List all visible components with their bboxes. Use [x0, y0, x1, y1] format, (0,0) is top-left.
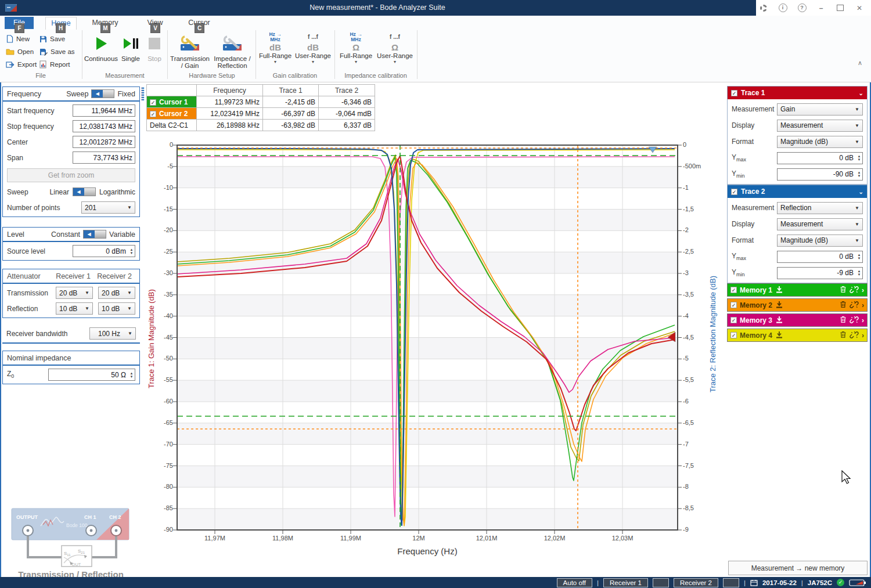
impedance-reflection-button[interactable]: Impedance / Reflection — [211, 32, 253, 69]
impedance-full-range-button[interactable]: Hz →MHz Ω Full-Range ▾ — [338, 32, 374, 65]
memory-row-2[interactable]: ✓Memory 2› — [727, 298, 868, 312]
calendar-icon — [750, 579, 758, 586]
delete-memory-trash-icon[interactable] — [840, 286, 847, 295]
panel-splitter-handle[interactable]: •••••••••••• — [141, 87, 143, 101]
spinner-arrows-icon[interactable]: ▲▼ — [856, 154, 862, 161]
memory-checkbox[interactable]: ✓ — [730, 287, 737, 293]
cursor-label: Cursor 2 — [159, 110, 188, 118]
minimize-button[interactable]: – — [816, 3, 826, 13]
memory-checkbox[interactable]: ✓ — [730, 317, 737, 323]
trace-setting-select[interactable]: Reflection▼ — [777, 202, 863, 214]
points-select[interactable]: 201 ▼ — [81, 201, 135, 214]
unlink-memory-icon[interactable] — [850, 331, 859, 340]
trace-setting-input[interactable]: 0 dB▲▼ — [777, 152, 863, 164]
sweep-fixed-toggle[interactable]: ◀ — [91, 89, 114, 98]
gain-cal-group-label: Gain calibration — [257, 72, 333, 79]
trace-checkbox[interactable]: ✓ — [731, 90, 737, 96]
save-button[interactable]: Save — [39, 33, 65, 45]
trace-header-1[interactable]: ✓Trace 1⌄ — [728, 86, 867, 99]
expand-memory-chevron-icon[interactable]: › — [862, 301, 864, 309]
trace-setting-select[interactable]: Magnitude (dB)▼ — [777, 136, 863, 148]
info-icon[interactable]: i — [778, 3, 787, 13]
gain-user-range-button[interactable]: f ...f dB User-Range ▾ — [294, 32, 332, 65]
linear-log-toggle[interactable]: ◀ — [73, 187, 96, 196]
attenuator-select[interactable]: 20 dB▼ — [98, 287, 135, 299]
x-tick-label: 12,02M — [536, 535, 573, 542]
spinner-arrows-icon[interactable]: ▲▼ — [128, 248, 135, 255]
z0-input[interactable]: 50 Ω ▲▼ — [48, 369, 135, 381]
trace-setting-input[interactable]: -90 dB▲▼ — [777, 168, 863, 181]
spinner-arrows-icon[interactable]: ▲▼ — [856, 253, 862, 260]
trace-setting-select[interactable]: Measurement▼ — [777, 120, 863, 132]
measurement-to-new-memory-button[interactable]: Measurement → new memory — [728, 561, 868, 575]
delete-memory-trash-icon[interactable] — [840, 331, 847, 340]
new-button[interactable]: New — [6, 33, 30, 45]
transmission-gain-button[interactable]: Transmission / Gain — [171, 32, 209, 69]
ch2-label: CH 2 — [109, 514, 121, 520]
attenuator-select[interactable]: 10 dB▼ — [56, 302, 93, 315]
impedance-user-range-button[interactable]: f ...f Ω User-Range ▾ — [375, 32, 415, 65]
field-input[interactable]: 12,0012872 MHz — [73, 136, 135, 148]
trace-checkbox[interactable]: ✓ — [731, 189, 737, 195]
cursor-checkbox[interactable]: ✓ — [150, 111, 156, 117]
memory-row-4[interactable]: ✓Memory 4› — [727, 329, 868, 342]
attenuator-select[interactable]: 20 dB▼ — [56, 287, 93, 299]
delete-memory-trash-icon[interactable] — [840, 316, 847, 325]
spinner-arrows-icon[interactable]: ▲▼ — [128, 371, 135, 378]
gain-full-range-button[interactable]: Hz →MHz dB Full-Range ▾ — [258, 32, 293, 65]
close-button[interactable]: ✕ — [855, 3, 864, 13]
expand-memory-chevron-icon[interactable]: › — [862, 316, 864, 324]
unlink-memory-icon[interactable] — [850, 286, 859, 295]
memory-checkbox[interactable]: ✓ — [730, 302, 737, 308]
field-input[interactable]: 11,9644 MHz — [73, 104, 135, 117]
open-button[interactable]: Open — [6, 46, 34, 57]
memory-row-3[interactable]: ✓Memory 3› — [727, 313, 868, 327]
trace-setting-select[interactable]: Gain▼ — [777, 103, 863, 116]
save-as-button[interactable]: Save as — [39, 46, 75, 57]
trace-setting-label: Ymin — [732, 268, 777, 277]
attenuator-select[interactable]: 10 dB▼ — [98, 302, 135, 315]
memory-row-1[interactable]: ✓Memory 1› — [727, 283, 868, 297]
maximize-button[interactable] — [836, 3, 845, 13]
collapse-ribbon-icon[interactable]: ∧ — [858, 59, 862, 67]
expand-memory-chevron-icon[interactable]: › — [862, 286, 864, 294]
field-input[interactable]: 12,0381743 MHz — [73, 120, 135, 132]
settings-gear-icon[interactable] — [759, 3, 768, 13]
download-to-memory-icon[interactable] — [775, 316, 783, 325]
auto-off-status[interactable]: Auto off — [557, 578, 592, 587]
trace-setting-select[interactable]: Magnitude (dB)▼ — [777, 235, 863, 247]
field-input[interactable]: 73,7743 kHz — [73, 151, 135, 164]
single-button[interactable]: Single — [118, 32, 143, 62]
ohm-unit-label: Ω — [391, 42, 398, 52]
receiver2-status[interactable]: Receiver 2 — [674, 578, 718, 587]
cursor-label-cell[interactable]: Delta C2-C1 — [147, 120, 197, 131]
export-button[interactable]: Export — [6, 59, 37, 70]
trace-setting-input[interactable]: 0 dB▲▼ — [777, 251, 863, 263]
help-icon[interactable]: ? — [797, 3, 807, 13]
delete-memory-trash-icon[interactable] — [840, 301, 847, 310]
memory-checkbox[interactable]: ✓ — [730, 332, 737, 338]
bandwidth-select[interactable]: 100 Hz ▼ — [89, 327, 136, 340]
trace-header-2[interactable]: ✓Trace 2⌄ — [728, 185, 867, 198]
trace-setting-select[interactable]: Measurement▼ — [777, 218, 863, 230]
unlink-memory-icon[interactable] — [850, 301, 859, 310]
chart-plot-area[interactable] — [177, 145, 678, 530]
download-to-memory-icon[interactable] — [775, 286, 783, 295]
receiver1-status[interactable]: Receiver 1 — [603, 578, 648, 587]
source-level-input[interactable]: 0 dBm ▲▼ — [73, 245, 135, 257]
cursor-label-cell[interactable]: ✓Cursor 2 — [147, 108, 197, 120]
cursor-label-cell[interactable]: ✓Cursor 1 — [147, 96, 197, 108]
get-from-zoom-button[interactable]: Get from zoom — [7, 168, 135, 182]
trace-setting-input[interactable]: -9 dB▲▼ — [777, 267, 863, 279]
unlink-memory-icon[interactable] — [850, 316, 859, 325]
spinner-arrows-icon[interactable]: ▲▼ — [856, 171, 862, 178]
attenuator-value: 10 dB — [102, 305, 125, 313]
download-to-memory-icon[interactable] — [775, 331, 783, 340]
download-to-memory-icon[interactable] — [775, 301, 783, 310]
constant-variable-toggle[interactable]: ◀ — [83, 230, 106, 239]
spinner-arrows-icon[interactable]: ▲▼ — [856, 269, 862, 276]
report-button[interactable]: Report — [39, 59, 70, 70]
expand-memory-chevron-icon[interactable]: › — [862, 331, 864, 340]
cursor-checkbox[interactable]: ✓ — [150, 99, 156, 106]
continuous-button[interactable]: Continuous — [85, 32, 117, 62]
